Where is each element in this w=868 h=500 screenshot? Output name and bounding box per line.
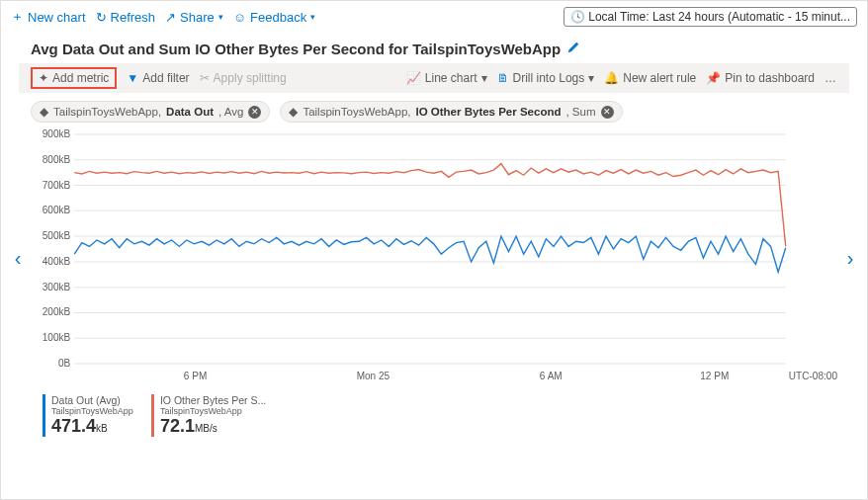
smiley-icon: ☺: [233, 10, 246, 25]
apply-splitting-label: Apply splitting: [214, 71, 287, 85]
svg-text:600kB: 600kB: [43, 205, 71, 215]
svg-text:Mon 25: Mon 25: [357, 371, 391, 381]
add-metric-label: Add metric: [52, 71, 109, 85]
pencil-icon: [566, 41, 580, 54]
svg-text:100kB: 100kB: [43, 332, 71, 343]
metric-pill[interactable]: ◆TailspinToysWebApp, Data Out, Avg✕: [31, 101, 270, 123]
resource-icon: ◆: [289, 105, 298, 119]
line-chart-icon: 📈: [406, 71, 421, 85]
legend-item: IO Other Bytes Per S...TailspinToysWebAp…: [151, 394, 266, 437]
feedback-label: Feedback: [250, 10, 306, 25]
time-range-label: Local Time: Last 24 hours (Automatic - 1…: [588, 10, 850, 24]
next-arrow-button[interactable]: ›: [841, 128, 859, 388]
svg-text:UTC-08:00: UTC-08:00: [789, 371, 838, 381]
chevron-down-icon: ▾: [481, 71, 487, 85]
metric-icon: ✦: [39, 71, 48, 85]
svg-text:700kB: 700kB: [43, 180, 71, 191]
pin-button[interactable]: 📌 Pin to dashboard: [706, 71, 815, 85]
share-label: Share: [180, 10, 215, 25]
chart-plot: 0B100kB200kB300kB400kB500kB600kB700kB800…: [27, 128, 841, 385]
apply-splitting-button: ✂ Apply splitting: [200, 71, 287, 85]
refresh-button[interactable]: ↻ Refresh: [96, 10, 156, 25]
new-alert-button[interactable]: 🔔 New alert rule: [604, 71, 696, 85]
add-metric-button[interactable]: ✦ Add metric: [31, 67, 117, 89]
svg-text:900kB: 900kB: [43, 128, 71, 139]
clock-icon: 🕓: [570, 10, 585, 24]
chevron-down-icon: ▾: [218, 12, 223, 22]
drill-logs-label: Drill into Logs: [513, 71, 585, 85]
chart-type-button[interactable]: 📈 Line chart ▾: [406, 71, 487, 85]
pin-label: Pin to dashboard: [725, 71, 815, 85]
share-icon: ↗: [165, 10, 176, 25]
edit-title-button[interactable]: [566, 41, 580, 57]
add-filter-label: Add filter: [142, 71, 189, 85]
logs-icon: 🗎: [497, 71, 509, 85]
add-filter-button[interactable]: ▼ Add filter: [127, 71, 189, 85]
feedback-button[interactable]: ☺ Feedback ▾: [233, 10, 315, 25]
prev-arrow-button[interactable]: ‹: [9, 128, 27, 388]
refresh-icon: ↻: [96, 10, 107, 25]
time-range-selector[interactable]: 🕓 Local Time: Last 24 hours (Automatic -…: [564, 7, 857, 27]
svg-text:0B: 0B: [58, 358, 71, 369]
resource-icon: ◆: [40, 105, 48, 119]
share-button[interactable]: ↗ Share ▾: [165, 10, 223, 25]
drill-logs-button[interactable]: 🗎 Drill into Logs ▾: [497, 71, 595, 85]
new-chart-label: New chart: [28, 10, 86, 25]
svg-text:6 AM: 6 AM: [540, 371, 563, 381]
remove-pill-button[interactable]: ✕: [248, 106, 261, 119]
more-button[interactable]: …: [825, 71, 837, 85]
split-icon: ✂: [200, 71, 210, 85]
metric-pill[interactable]: ◆TailspinToysWebApp, IO Other Bytes Per …: [280, 101, 622, 123]
chart-title: Avg Data Out and Sum IO Other Bytes Per …: [31, 41, 561, 57]
filter-icon: ▼: [127, 71, 138, 85]
svg-text:400kB: 400kB: [43, 256, 71, 267]
svg-text:300kB: 300kB: [43, 282, 71, 292]
line-chart-label: Line chart: [425, 71, 477, 85]
alert-icon: 🔔: [604, 71, 619, 85]
chevron-down-icon: ▾: [310, 12, 315, 22]
svg-text:200kB: 200kB: [43, 306, 71, 317]
pin-icon: 📌: [706, 71, 721, 85]
svg-text:6 PM: 6 PM: [184, 371, 207, 381]
remove-pill-button[interactable]: ✕: [601, 106, 614, 119]
new-alert-label: New alert rule: [623, 71, 696, 85]
svg-text:500kB: 500kB: [43, 230, 71, 241]
new-chart-button[interactable]: ＋ New chart: [11, 8, 86, 26]
plus-icon: ＋: [11, 8, 24, 26]
svg-text:12 PM: 12 PM: [700, 371, 729, 381]
chevron-down-icon: ▾: [588, 71, 594, 85]
svg-text:800kB: 800kB: [43, 154, 71, 165]
refresh-label: Refresh: [111, 10, 156, 25]
legend-item: Data Out (Avg)TailspinToysWebApp471.4kB: [43, 394, 133, 437]
